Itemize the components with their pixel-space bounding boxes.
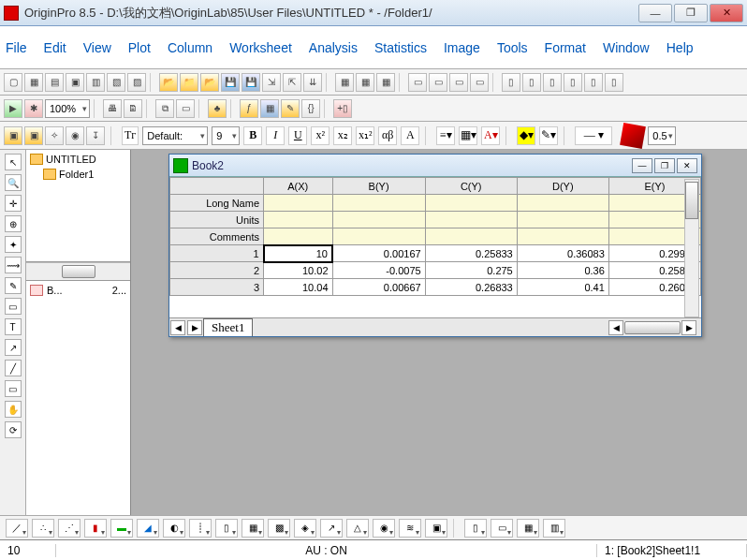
script-icon[interactable]: ✎: [281, 99, 300, 118]
grid2-icon[interactable]: ▦: [356, 73, 374, 92]
font-size-combo[interactable]: 9: [212, 126, 240, 145]
tab-nav-last[interactable]: ▶: [187, 320, 202, 335]
menu-format[interactable]: Format: [545, 40, 586, 55]
font-case-button[interactable]: A: [401, 126, 419, 145]
font-name-combo[interactable]: Default:: [142, 126, 208, 145]
line-style-button[interactable]: — ▾: [575, 126, 612, 145]
drop-icon[interactable]: ↧: [86, 126, 105, 145]
font-color-button[interactable]: A▾: [481, 126, 500, 145]
line-plot-icon[interactable]: ／: [6, 519, 28, 538]
panel2-icon[interactable]: ▭: [491, 519, 513, 538]
cell[interactable]: -0.0075: [332, 262, 425, 279]
grid3-icon[interactable]: ▦: [376, 73, 395, 92]
cell[interactable]: 0.00667: [332, 279, 425, 296]
duplicate-icon[interactable]: ⧉: [155, 99, 174, 118]
tree-root[interactable]: UNTITLED: [30, 154, 126, 165]
worksheet-window[interactable]: Book2 — ❐ ✕ A(X) B(Y) C(Y) D(Y): [168, 154, 702, 337]
recalc-icon[interactable]: ▶: [4, 99, 22, 118]
cell[interactable]: 0.275: [425, 262, 517, 279]
wand-icon[interactable]: ✧: [45, 126, 64, 145]
open-template-icon[interactable]: 📁: [180, 73, 198, 92]
code-icon[interactable]: {}: [301, 99, 320, 118]
font-family-icon[interactable]: Tг: [122, 126, 139, 145]
save-icon[interactable]: 💾: [221, 73, 240, 92]
col-header-c[interactable]: C(Y): [425, 178, 517, 195]
corner-cell[interactable]: [170, 178, 264, 195]
menu-tools[interactable]: Tools: [497, 40, 528, 55]
line-width-combo[interactable]: 0.5: [648, 126, 676, 145]
subscript-button[interactable]: x₂: [333, 126, 352, 145]
region-tool-icon[interactable]: ▭: [5, 298, 22, 315]
waterfall-plot-icon[interactable]: ≋: [399, 519, 421, 538]
align-button[interactable]: ≡▾: [436, 126, 455, 145]
new-graph-icon[interactable]: ▣: [66, 73, 84, 92]
ws-close-button[interactable]: ✕: [677, 158, 697, 173]
3dbar-plot-icon[interactable]: ▩: [268, 519, 290, 538]
minimize-button[interactable]: —: [638, 4, 672, 22]
data-tool-icon[interactable]: ✦: [5, 236, 22, 253]
new-project-icon[interactable]: ▢: [4, 73, 22, 92]
arrange6-icon[interactable]: ▯: [605, 73, 623, 92]
menu-worksheet[interactable]: Worksheet: [229, 40, 292, 55]
line-tool-icon[interactable]: ╱: [5, 360, 22, 376]
new-matrix-icon[interactable]: ▥: [86, 73, 105, 92]
reader-tool-icon[interactable]: ⊕: [5, 215, 22, 232]
panel1-icon[interactable]: ▯: [464, 519, 487, 538]
hand-tool-icon[interactable]: ✋: [5, 401, 22, 418]
contour-plot-icon[interactable]: ▦: [242, 519, 264, 538]
new-notes-icon[interactable]: ▨: [127, 73, 146, 92]
row-comments[interactable]: Comments: [170, 228, 264, 245]
cell[interactable]: 0.26833: [425, 279, 517, 296]
fill-color-button[interactable]: ◆▾: [517, 126, 535, 145]
grid1-icon[interactable]: ▦: [335, 73, 354, 92]
new-workbook-icon[interactable]: ▦: [24, 73, 43, 92]
arrange2-icon[interactable]: ▯: [522, 73, 541, 92]
menu-analysis[interactable]: Analysis: [309, 40, 358, 55]
menu-plot[interactable]: Plot: [128, 40, 151, 55]
supsub-button[interactable]: x₁²: [356, 126, 374, 145]
menu-view[interactable]: View: [83, 40, 111, 55]
arrow-tool-icon[interactable]: ↗: [5, 339, 22, 356]
area-plot-icon[interactable]: ◢: [137, 519, 159, 538]
import-wizard-icon[interactable]: ⇲: [262, 73, 281, 92]
maximize-button[interactable]: ❐: [674, 4, 708, 22]
rect-tool-icon[interactable]: ▭: [5, 380, 22, 397]
worksheet-vscroll[interactable]: [684, 179, 699, 317]
cell[interactable]: 0.36083: [517, 245, 608, 262]
lamp-icon[interactable]: ◉: [66, 126, 84, 145]
layout3-icon[interactable]: ▭: [449, 73, 468, 92]
tree-icon[interactable]: ♣: [208, 99, 227, 118]
ternary-plot-icon[interactable]: △: [346, 519, 369, 538]
save-template-icon[interactable]: 💾: [242, 73, 260, 92]
ws-minimize-button[interactable]: —: [632, 158, 652, 173]
underline-button[interactable]: U: [288, 126, 307, 145]
linesymbol-plot-icon[interactable]: ⋰: [58, 519, 81, 538]
print-icon[interactable]: 🖶: [103, 99, 122, 118]
arrange3-icon[interactable]: ▯: [543, 73, 562, 92]
new-window-icon[interactable]: ▭: [176, 99, 195, 118]
print-preview-icon[interactable]: 🗎: [124, 99, 142, 118]
open-icon[interactable]: 📂: [159, 73, 178, 92]
row-header[interactable]: 1: [170, 245, 264, 262]
cell[interactable]: 0.41: [517, 279, 608, 296]
line-color-button[interactable]: ✎▾: [539, 126, 558, 145]
row-header[interactable]: 2: [170, 262, 264, 279]
arrange4-icon[interactable]: ▯: [564, 73, 582, 92]
row-header[interactable]: 3: [170, 279, 264, 296]
column-plot-icon[interactable]: ▮: [84, 519, 107, 538]
zoom-tool-icon[interactable]: 🔍: [5, 174, 22, 191]
bar-plot-icon[interactable]: ▬: [110, 519, 133, 538]
border-button[interactable]: ▦▾: [459, 126, 477, 145]
menu-file[interactable]: File: [6, 40, 27, 55]
italic-button[interactable]: I: [266, 126, 285, 145]
polar-plot-icon[interactable]: ◉: [373, 519, 395, 538]
cell[interactable]: 10: [264, 245, 333, 262]
tab-nav-first[interactable]: ◀: [170, 320, 185, 335]
bold-button[interactable]: B: [243, 126, 262, 145]
open-excel-icon[interactable]: 📂: [200, 73, 219, 92]
row-longname[interactable]: Long Name: [170, 195, 264, 212]
import-multi-icon[interactable]: ⇊: [303, 73, 322, 92]
layout1-icon[interactable]: ▭: [408, 73, 427, 92]
panel4-icon[interactable]: ▥: [543, 519, 565, 538]
cell[interactable]: 0.36: [517, 262, 608, 279]
